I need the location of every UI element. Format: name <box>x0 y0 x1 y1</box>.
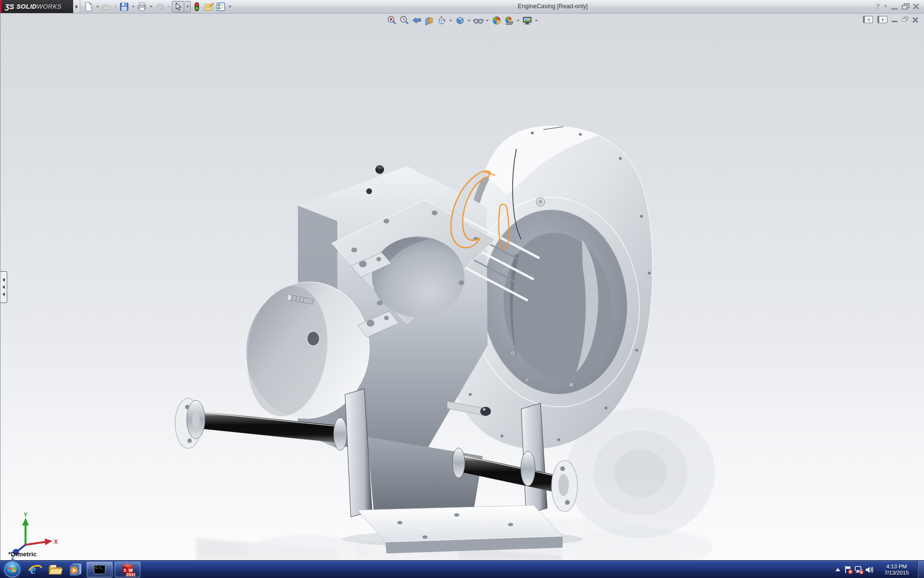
view-orientation-dropdown[interactable] <box>449 15 453 26</box>
select-cursor-icon <box>174 2 182 11</box>
new-document-dropdown[interactable] <box>95 1 100 12</box>
edit-appearance-button[interactable] <box>491 15 502 26</box>
undo-button[interactable] <box>154 1 166 12</box>
open-dropdown[interactable] <box>113 1 118 12</box>
help-button[interactable]: ? <box>876 2 880 11</box>
featuremanager-flyout-tab[interactable] <box>0 271 7 303</box>
display-style-button[interactable] <box>454 15 465 26</box>
action-center-flag-icon <box>844 565 853 575</box>
start-button[interactable] <box>4 562 20 578</box>
hide-show-items-button[interactable] <box>473 15 484 26</box>
triad-y-label: Y <box>24 512 27 518</box>
taskbar-media-player[interactable] <box>67 562 84 578</box>
left-arrow-icon <box>2 285 5 289</box>
zoom-to-fit-button[interactable] <box>386 15 397 26</box>
media-player-icon <box>68 563 83 576</box>
document-title: EngineCasing [Read-only] <box>518 3 588 10</box>
edit-appearance-icon <box>491 15 501 26</box>
speaker-icon <box>865 565 874 574</box>
left-arrow-icon <box>2 292 5 296</box>
view-orientation-button[interactable] <box>436 15 447 26</box>
engine-casing-model[interactable] <box>0 13 924 560</box>
section-view-button[interactable] <box>424 15 435 26</box>
windows-taskbar: e C:\_ <box>0 560 924 578</box>
apply-scene-icon <box>504 15 514 26</box>
taskbar-internet-explorer[interactable]: e <box>26 562 44 578</box>
save-icon <box>119 2 129 12</box>
triad-x-label: X <box>54 539 58 545</box>
view-settings-dropdown[interactable] <box>534 15 539 26</box>
display-style-dropdown[interactable] <box>467 15 471 26</box>
undo-icon <box>155 2 165 12</box>
network-status-button[interactable] <box>854 564 864 576</box>
taskbar-solidworks-2015[interactable]: S W 2015 <box>115 562 141 578</box>
hide-show-items-icon <box>473 15 484 26</box>
menu-flyout-arrow[interactable] <box>73 0 80 13</box>
open-button[interactable] <box>101 1 112 12</box>
app-window-controls: ? <box>876 1 920 11</box>
save-button[interactable] <box>118 1 130 12</box>
collapse-left-pane-icon[interactable] <box>863 16 873 23</box>
minimize-button[interactable] <box>891 8 898 10</box>
graphics-area[interactable]: Y X Z *Dimetric <box>0 13 924 560</box>
print-dropdown[interactable] <box>148 1 154 12</box>
solidworks-logo-glyph: ƷS <box>5 2 14 11</box>
previous-view-button[interactable] <box>411 15 422 26</box>
options-button[interactable] <box>215 1 227 12</box>
right-arrow-icon <box>76 5 78 9</box>
up-arrow-icon <box>835 567 841 572</box>
sw-year: 2015 <box>126 572 135 577</box>
taskbar-clock[interactable]: 4:13 PM 7/13/2015 <box>879 564 914 576</box>
solidworks-window: ƷS SOLID WORKS <box>0 0 924 578</box>
hide-show-items-dropdown[interactable] <box>485 15 489 26</box>
volume-button[interactable] <box>864 564 875 576</box>
zoom-to-area-icon <box>399 15 409 26</box>
doc-close-icon[interactable] <box>912 17 918 23</box>
comment-button[interactable] <box>203 1 215 12</box>
windows-flag-icon <box>8 565 17 574</box>
standard-toolbar <box>83 1 232 12</box>
brand-light-text: WORKS <box>37 3 62 10</box>
open-icon <box>102 2 111 12</box>
help-dropdown-icon[interactable] <box>884 5 887 7</box>
show-desktop-button[interactable] <box>917 561 924 578</box>
new-document-button[interactable] <box>83 1 94 12</box>
section-view-icon <box>424 15 434 26</box>
previous-view-icon <box>411 15 422 26</box>
folder-icon <box>48 563 63 576</box>
doc-restore-icon[interactable] <box>902 17 908 22</box>
new-document-icon <box>84 2 93 12</box>
zoom-to-area-button[interactable] <box>398 15 410 26</box>
zoom-to-fit-icon <box>386 15 397 26</box>
save-dropdown[interactable] <box>130 1 136 12</box>
title-bar: ƷS SOLID WORKS <box>0 0 924 13</box>
solidworks-logo[interactable]: ƷS SOLID WORKS <box>0 0 73 13</box>
clock-date: 7/13/2015 <box>879 570 914 576</box>
select-tool-button[interactable] <box>172 1 184 13</box>
document-window-controls <box>863 16 918 23</box>
apply-scene-button[interactable] <box>503 15 514 26</box>
comment-icon <box>204 2 214 12</box>
select-tool-dropdown[interactable] <box>185 1 191 13</box>
undo-dropdown[interactable] <box>166 1 171 12</box>
taskbar-windows-explorer[interactable] <box>47 562 64 578</box>
taskbar-command-prompt[interactable]: C:\_ <box>87 562 113 578</box>
hidden-icons-button[interactable] <box>833 564 843 576</box>
expand-right-pane-icon[interactable] <box>877 16 887 23</box>
traffic-light-button[interactable] <box>191 1 203 12</box>
display-style-icon <box>455 15 465 26</box>
network-icon <box>854 565 864 575</box>
restore-button[interactable] <box>902 3 909 9</box>
action-center-button[interactable] <box>843 564 854 576</box>
solidworks-2015-icon: S W 2015 <box>120 562 135 577</box>
view-orientation-label: *Dimetric <box>8 551 37 558</box>
close-button[interactable] <box>913 3 919 10</box>
doc-minimize-icon[interactable] <box>892 21 898 22</box>
brand-bold-text: SOLID <box>16 3 37 10</box>
svg-text:e: e <box>30 563 36 576</box>
apply-scene-dropdown[interactable] <box>516 15 520 26</box>
print-button[interactable] <box>136 1 148 12</box>
view-settings-button[interactable] <box>522 15 533 26</box>
options-dropdown[interactable] <box>227 1 232 12</box>
internet-explorer-icon: e <box>28 563 42 576</box>
